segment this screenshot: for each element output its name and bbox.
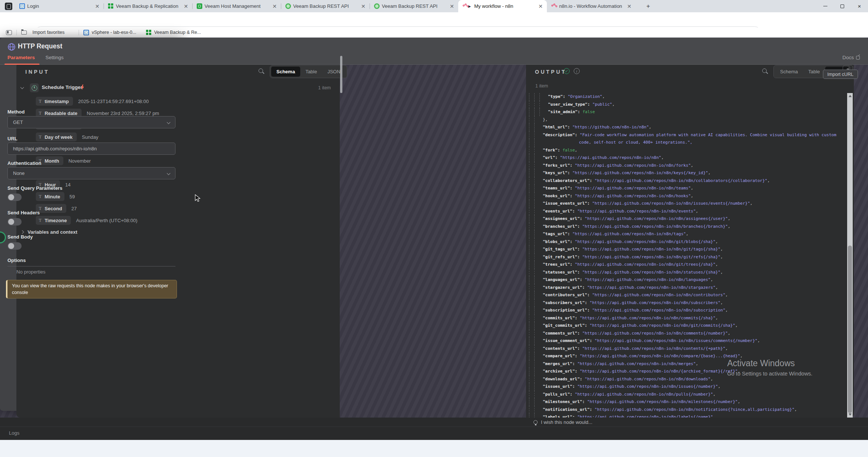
tab-close-icon[interactable]: ✕ (271, 3, 278, 9)
tab-title: My workflow - n8n (474, 3, 535, 9)
tab-title: Login (27, 3, 92, 9)
browser-tab[interactable]: Veeam Backup REST API✕ (281, 0, 370, 12)
divider (16, 30, 17, 35)
vsphere-icon (19, 3, 25, 9)
veeam-ring-icon (374, 3, 380, 9)
http-request-panel: HTTP Request Parameters Settings Docs Im… (0, 38, 183, 411)
toggle-knob (8, 194, 14, 200)
no-properties-text: No properties (16, 269, 45, 275)
veeam-host-icon (197, 3, 202, 9)
minimize-button[interactable] (817, 0, 834, 12)
bookmarks-bar: Import favorites vSphere - lab-esx-0...V… (0, 28, 868, 38)
tab-title: n8n.io - Workflow Automation (559, 3, 624, 9)
veeam-ring-icon (285, 3, 291, 9)
bookmark-import-favorites[interactable]: Import favorites (21, 30, 64, 35)
close-button[interactable]: × (851, 0, 868, 12)
tab-title: Veeam Host Management (205, 3, 269, 9)
n8n-app: Back to canvas I wish this node would...… (0, 38, 868, 440)
chevron-down-icon (167, 172, 171, 175)
toggle-label: Send Body (7, 234, 33, 240)
node-header: HTTP Request Parameters Settings Docs (0, 38, 868, 65)
taskbar-apps (0, 440, 868, 457)
veeam-grid-icon (146, 30, 152, 35)
tab-parameters[interactable]: Parameters (7, 55, 35, 60)
url-label: URL (7, 136, 18, 141)
tab-search-icon[interactable] (5, 3, 12, 10)
divider (7, 266, 175, 266)
toggle-switch[interactable] (7, 194, 22, 201)
toggle-knob (8, 243, 14, 249)
bookmark-item[interactable]: Veeam Backup & Re... (146, 30, 201, 35)
bookmark-label: Veeam Backup & Re... (154, 30, 201, 35)
taskbar: Search ENGUS 3:01 PM23/11/2025 (0, 440, 868, 457)
n8n-icon (463, 3, 468, 9)
raw-requests-notice: You can view the raw requests this node … (6, 280, 177, 298)
screen: Login✕Veeam Backup & Replication✕Veeam H… (0, 0, 868, 457)
import-curl-button[interactable]: Import cURL (823, 70, 858, 79)
browser-toolbar: ← Not secure https://n8n.westcoastlabs.x… (0, 12, 868, 28)
folder-icon (21, 31, 27, 35)
browser-tab-strip: Login✕Veeam Backup & Replication✕Veeam H… (0, 0, 868, 12)
play-icon: ▶ (468, 4, 471, 8)
browser-tab[interactable]: Veeam Host Management✕ (192, 0, 281, 12)
http-request-node-icon (7, 43, 16, 52)
tab-title: Veeam Backup REST API (382, 3, 446, 9)
browser-tab[interactable]: n8n.io - Workflow Automation✕ (547, 0, 636, 12)
browser-tab[interactable]: Veeam Backup & Replication✕ (104, 0, 192, 12)
node-title: HTTP Request (18, 42, 62, 50)
method-label: Method (7, 109, 25, 115)
tab-close-icon[interactable]: ✕ (94, 3, 101, 9)
browser-tab[interactable]: Login✕ (15, 0, 104, 12)
tab-title: Veeam Backup REST API (293, 3, 358, 9)
veeam-grid-icon (108, 3, 114, 9)
url-input[interactable]: https://api.github.com/repos/n8n-io/n8n (7, 143, 175, 155)
browser-tab[interactable]: Veeam Backup REST API✕ (370, 0, 458, 12)
panel-drag-handle[interactable] (340, 56, 342, 93)
method-select[interactable]: GET (7, 116, 175, 128)
n8n-icon (551, 3, 557, 9)
tab-close-icon[interactable]: ✕ (360, 3, 367, 9)
toggle-label: Send Query Parameters (7, 185, 62, 191)
external-link-icon (856, 56, 860, 60)
docs-link[interactable]: Docs (842, 55, 860, 60)
authentication-label: Authentication (7, 160, 41, 166)
authentication-select[interactable]: None (7, 167, 175, 179)
browser-tab[interactable]: ▶My workflow - n8n✕ (458, 0, 547, 12)
tab-close-icon[interactable]: ✕ (537, 3, 544, 9)
bookmark-items: vSphere - lab-esx-0...Veeam Backup & Re.… (83, 30, 210, 35)
tab-close-icon[interactable]: ✕ (449, 3, 455, 9)
browser-tabs: Login✕Veeam Backup & Replication✕Veeam H… (15, 0, 636, 12)
chevron-down-icon (167, 121, 171, 124)
toggle-label: Send Headers (7, 210, 40, 215)
tab-close-icon[interactable]: ✕ (626, 3, 633, 9)
window-controls: × (817, 0, 868, 12)
toggle-switch[interactable] (7, 242, 22, 250)
maximize-button[interactable] (834, 0, 851, 12)
tab-close-icon[interactable]: ✕ (183, 3, 189, 9)
toggle-switch[interactable] (7, 218, 22, 226)
sidebar-toggle-icon[interactable] (6, 30, 12, 35)
bookmark-label: vSphere - lab-esx-0... (92, 30, 136, 35)
options-label: Options (7, 258, 26, 263)
toggle-knob (8, 219, 14, 225)
tab-title: Veeam Backup & Replication (116, 3, 180, 9)
tab-settings[interactable]: Settings (45, 55, 64, 60)
vsphere-icon (83, 30, 89, 35)
new-tab-button[interactable]: + (644, 2, 653, 11)
node-parameters-body: Import cURL Method GET URL https://api.g… (0, 65, 868, 440)
divider (79, 30, 79, 35)
bookmark-item[interactable]: vSphere - lab-esx-0... (83, 30, 136, 35)
